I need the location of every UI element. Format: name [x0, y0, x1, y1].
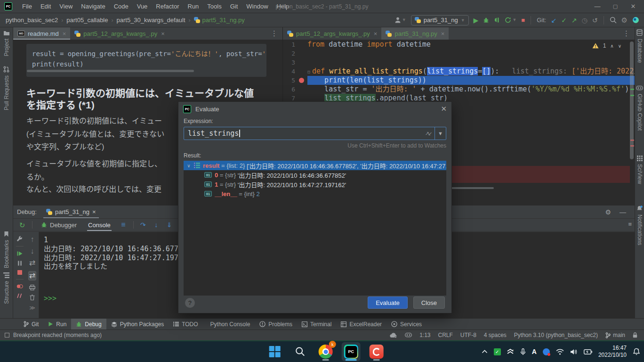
git-branch-widget[interactable]: main — [605, 332, 625, 338]
close-tab-icon[interactable]: × — [441, 30, 445, 37]
breakpoint-icon[interactable] — [299, 78, 304, 83]
tool-strip-bookmarks[interactable]: Bookmarks — [0, 231, 13, 268]
editor-gutter[interactable]: 6 — [283, 85, 307, 94]
breadcrumb-item[interactable]: part05_callable — [66, 16, 108, 24]
run-configuration-select[interactable]: part5_31_ng▼ — [411, 15, 469, 25]
code-block-hscrollbar[interactable] — [27, 70, 194, 72]
run-button[interactable]: ▶ — [474, 17, 479, 24]
layout-icon[interactable]: ≡ — [117, 221, 129, 229]
toolwindow-button-services[interactable]: Services — [386, 319, 427, 329]
menu-item-file[interactable]: File — [18, 0, 36, 13]
tab-part5_12_args_kwargs_.py[interactable]: part5_12_args_kwargs_.py× — [70, 27, 169, 40]
prev-error-icon[interactable]: ∧ — [610, 43, 613, 49]
wrench-icon[interactable] — [16, 236, 23, 242]
menu-item-navigate[interactable]: Navigate — [77, 0, 109, 13]
printer-icon[interactable] — [29, 285, 35, 290]
editor-gutter[interactable]: 4 — [283, 67, 307, 76]
close-tab-icon[interactable]: × — [161, 30, 165, 37]
battery-icon[interactable] — [584, 349, 592, 354]
steam-snooze-icon[interactable]: z — [507, 349, 514, 355]
chrome-app-button[interactable]: k — [316, 342, 335, 361]
camtasia-app-button[interactable] — [367, 342, 386, 361]
toolwindow-button-excelreader[interactable]: ExcelReader — [336, 319, 386, 329]
stop-button[interactable]: ■ — [521, 17, 525, 23]
pause-icon[interactable] — [17, 261, 22, 266]
toolwindow-button-problems[interactable]: Problems — [255, 319, 297, 329]
dialog-title-bar[interactable]: PC Evaluate ✕ — [178, 102, 451, 116]
hide-panel-icon[interactable]: — — [620, 208, 626, 216]
wifi-icon[interactable] — [556, 349, 564, 355]
history-icon[interactable]: ◷ — [582, 17, 588, 24]
status-message[interactable]: Breakpoint reached (moments ago) — [13, 332, 102, 338]
force-step-into-icon[interactable]: ⇓ — [164, 221, 175, 229]
pycharm-app-button[interactable]: PC — [342, 342, 361, 361]
ime-mode-indicator[interactable]: A — [532, 348, 537, 355]
lock-icon[interactable] — [633, 332, 637, 338]
tab-part5_31_ng.py[interactable]: part5_31_ng.py× — [381, 27, 449, 40]
dialog-close-icon[interactable]: ✕ — [441, 105, 447, 113]
taskbar-clock[interactable]: 16:47 2022/10/10 — [598, 345, 627, 359]
debug-tab-console[interactable]: Console — [83, 219, 115, 231]
result-tree-row[interactable]: 01__len__ = {int} 2 — [184, 189, 446, 198]
status-item[interactable]: Python 3.10 (python_basic_sec2) — [514, 332, 598, 338]
tray-app2-icon[interactable] — [543, 348, 550, 355]
breadcrumb-file[interactable]: part5_31_ng.py — [194, 16, 245, 24]
bug-icon[interactable] — [483, 17, 489, 23]
inspection-widget[interactable]: 1 ∧ ∨ — [592, 42, 621, 49]
tool-strip-github-copilot[interactable]: GitHub Copilot — [635, 86, 644, 131]
result-tree-row[interactable]: ∨result = {list: 2} ['出力日時: 2022/10/10 1… — [184, 161, 446, 170]
editor-gutter[interactable]: 1 — [283, 40, 307, 49]
resume-icon[interactable] — [17, 251, 23, 256]
help-button[interactable]: ? — [185, 298, 195, 308]
microphone-icon[interactable] — [520, 348, 526, 355]
step-over-icon[interactable]: ↷ — [137, 221, 149, 229]
settings-gear-icon[interactable]: ⚙ — [621, 16, 628, 24]
expression-input[interactable]: list_strings ↗↙ ▼ — [184, 127, 446, 140]
trash-icon[interactable] — [30, 295, 35, 300]
status-item[interactable]: UTF-8 — [460, 332, 476, 338]
settings-gear-icon[interactable]: ⚙ — [605, 208, 611, 216]
debug-session-tab[interactable]: part5_31_ng × — [43, 206, 99, 218]
close-button[interactable]: Close — [413, 296, 445, 309]
coverage-button[interactable]: ▼ — [505, 17, 516, 23]
menu-item-refactor[interactable]: Refactor — [152, 0, 183, 13]
volume-icon[interactable] — [570, 349, 578, 355]
tab-readme.md[interactable]: MDreadme.md× — [13, 27, 70, 40]
debug-tab-debugger[interactable]: Debugger — [36, 219, 81, 231]
evaluate-button[interactable]: Evaluate — [368, 296, 408, 309]
close-tab-icon[interactable]: × — [374, 30, 378, 37]
tool-strip-project[interactable]: Project — [0, 30, 13, 56]
toolwindow-button-debug[interactable]: Debug — [71, 319, 106, 329]
fold-marker-icon[interactable]: ⊟ — [307, 69, 310, 74]
toolwindow-button-run[interactable]: Run — [43, 319, 71, 329]
editor-gutter[interactable]: 2 — [283, 49, 307, 58]
more-actions[interactable]: ≫ — [29, 304, 35, 311]
expand-chevron-icon[interactable]: ∨ — [184, 163, 194, 168]
next-error-icon[interactable]: ∨ — [618, 43, 621, 49]
tool-strip-structure[interactable]: Structure — [0, 272, 13, 304]
tabs-more-icon[interactable]: ⋮ — [618, 27, 635, 40]
status-item[interactable]: 1:13 — [419, 332, 430, 338]
cloud-icon[interactable] — [390, 333, 397, 338]
menu-item-edit[interactable]: Edit — [36, 0, 55, 13]
user-account-icon[interactable]: ▼ — [394, 17, 406, 23]
result-tree[interactable]: ∨result = {list: 2} ['出力日時: 2022/10/10 1… — [184, 161, 446, 296]
step-into-icon[interactable]: ↓ — [151, 221, 162, 229]
ai-icon[interactable] — [632, 16, 639, 24]
tray-expand-icon[interactable] — [482, 350, 488, 354]
toolwindow-button-git[interactable]: Git — [19, 319, 43, 329]
editor-gutter[interactable]: 3 — [283, 58, 307, 67]
slashes-icon[interactable] — [17, 293, 22, 298]
close-tab-icon[interactable]: × — [63, 30, 66, 37]
editor-gutter[interactable]: 5 — [283, 76, 307, 85]
tool-strip-notifications[interactable]: Notifications — [635, 206, 644, 245]
menu-item-vue[interactable]: Vue — [133, 0, 152, 13]
menu-item-window[interactable]: Window — [242, 0, 272, 13]
expression-history-dropdown-icon[interactable]: ▼ — [435, 127, 446, 140]
stopsq-icon[interactable] — [17, 270, 22, 275]
breadcrumb-item[interactable]: python_basic_sec2 — [6, 16, 58, 24]
menu-item-code[interactable]: Code — [110, 0, 133, 13]
menu-item-tools[interactable]: Tools — [203, 0, 225, 13]
taskbar-search-button[interactable] — [291, 342, 310, 361]
maximize-icon[interactable]: ▢ — [606, 0, 624, 13]
